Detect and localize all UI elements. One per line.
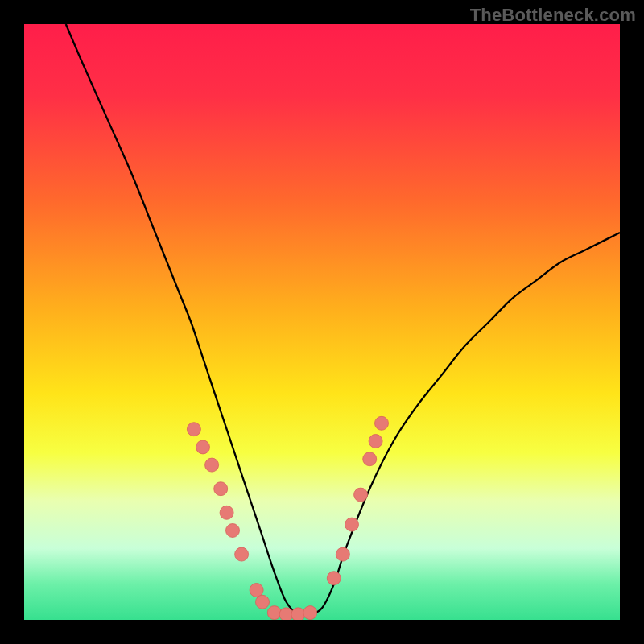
data-marker — [196, 440, 210, 454]
data-marker — [250, 584, 263, 597]
data-marker — [345, 518, 359, 531]
data-marker — [205, 458, 219, 472]
data-marker — [327, 572, 341, 585]
data-marker — [363, 452, 377, 466]
watermark-text: TheBottleneck.com — [470, 5, 636, 26]
data-marker — [375, 416, 389, 430]
data-marker — [187, 423, 200, 436]
chart-svg — [24, 24, 620, 620]
bottleneck-curve — [66, 24, 620, 615]
data-marker — [354, 488, 368, 502]
data-marker — [226, 524, 240, 538]
data-marker — [291, 608, 305, 620]
plot-area — [24, 24, 620, 620]
data-marker — [336, 547, 349, 561]
data-marker — [256, 595, 270, 609]
data-marker — [220, 506, 233, 519]
data-marker — [303, 606, 317, 620]
data-marker — [267, 606, 281, 620]
data-marker — [235, 547, 249, 561]
data-marker — [214, 482, 228, 496]
chart-frame: TheBottleneck.com — [0, 0, 644, 644]
data-marker — [369, 435, 382, 448]
